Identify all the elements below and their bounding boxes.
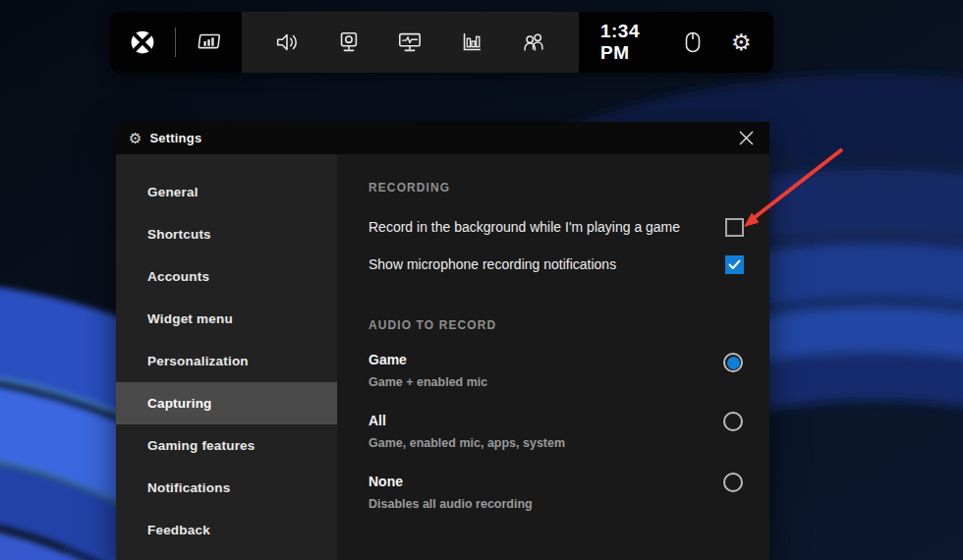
sidebar-item-personalization[interactable]: Personalization [116, 340, 337, 382]
mic-notifications-label: Show microphone recording notifications [368, 256, 616, 272]
xbox-icon[interactable] [126, 26, 159, 59]
sidebar-item-capturing[interactable]: Capturing [116, 382, 337, 424]
audio-option-all-desc: Game, enabled mic, apps, system [368, 436, 565, 450]
close-button[interactable] [735, 128, 757, 149]
sidebar-item-shortcuts[interactable]: Shortcuts [116, 213, 337, 255]
audio-option-game-label: Game [368, 352, 407, 367]
performance-icon[interactable] [393, 26, 426, 59]
settings-sidebar: General Shortcuts Accounts Widget menu P… [116, 154, 337, 560]
game-bar-separator [175, 28, 176, 57]
close-icon [739, 131, 754, 145]
capture-icon[interactable] [332, 26, 366, 59]
audio-section-heading: AUDIO TO RECORD [368, 318, 496, 332]
recording-section-heading: RECORDING [368, 181, 450, 195]
sidebar-item-accounts[interactable]: Accounts [116, 255, 337, 298]
checkmark-icon [728, 259, 741, 270]
resources-icon[interactable] [455, 26, 488, 59]
game-bar-right-section: 1:34 PM ⚙ [579, 12, 773, 73]
audio-option-none-label: None [368, 474, 403, 489]
sidebar-item-gaming-features[interactable]: Gaming features [116, 424, 337, 467]
sidebar-item-widget-menu[interactable]: Widget menu [116, 298, 337, 340]
audio-option-none-desc: Disables all audio recording [368, 497, 533, 511]
mouse-icon[interactable] [680, 26, 706, 59]
audio-option-game-radio[interactable] [723, 353, 743, 372]
audio-option-all-radio[interactable] [723, 412, 743, 431]
gear-icon[interactable]: ⚙ [728, 26, 754, 59]
widgets-icon[interactable] [193, 26, 226, 59]
game-bar-left-section [110, 12, 242, 73]
audio-option-none-radio[interactable] [723, 473, 743, 492]
settings-titlebar: ⚙ Settings [116, 122, 769, 154]
sidebar-item-general[interactable]: General [116, 171, 337, 213]
capturing-settings-panel: RECORDING Record in the background while… [337, 154, 769, 560]
settings-window: ⚙ Settings General Shortcuts Accounts Wi… [116, 122, 769, 560]
sidebar-item-feedback[interactable]: Feedback [116, 509, 337, 551]
settings-gear-icon: ⚙ [129, 131, 142, 145]
clock: 1:34 PM [598, 21, 656, 64]
window-title: Settings [149, 131, 201, 145]
record-in-background-checkbox[interactable] [725, 218, 744, 237]
game-bar-widget-toggles [242, 12, 579, 73]
record-in-background-label: Record in the background while I'm playi… [368, 219, 680, 235]
game-bar: 1:34 PM ⚙ [110, 12, 773, 73]
sidebar-item-notifications[interactable]: Notifications [116, 467, 337, 509]
mic-notifications-checkbox[interactable] [725, 255, 744, 274]
audio-option-game-desc: Game + enabled mic [368, 375, 487, 389]
social-icon[interactable] [517, 26, 550, 59]
audio-icon[interactable] [270, 26, 304, 59]
audio-option-all-label: All [368, 413, 386, 428]
